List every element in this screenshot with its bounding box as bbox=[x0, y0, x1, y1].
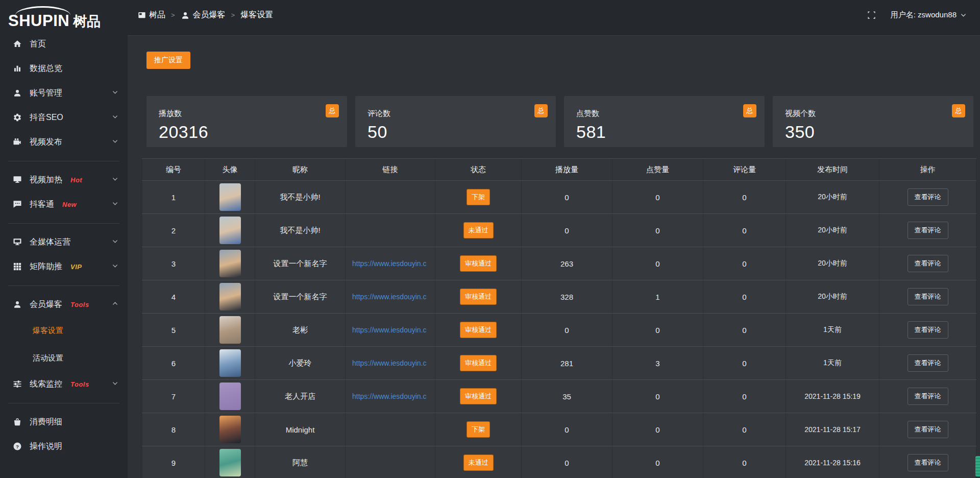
stat-value: 350 bbox=[785, 122, 961, 142]
view-comments-button[interactable]: 查看评论 bbox=[908, 255, 948, 272]
cell-status: 审核通过 bbox=[435, 280, 522, 313]
user-icon bbox=[181, 11, 190, 20]
chevron-down-icon bbox=[112, 137, 118, 147]
cell-plays: 281 bbox=[522, 347, 612, 379]
cell-comments: 0 bbox=[703, 247, 786, 280]
cell-likes: 0 bbox=[612, 314, 703, 346]
cell-nickname: Midnight bbox=[255, 413, 346, 446]
fullscreen-icon[interactable] bbox=[867, 10, 876, 20]
stat-label: 视频个数 bbox=[785, 109, 961, 118]
cell-plays: 0 bbox=[522, 314, 612, 346]
cell-link[interactable]: https://www.iesdouyin.c bbox=[346, 347, 435, 379]
sidebar-item-member-baoke[interactable]: 会员爆客Tools bbox=[0, 292, 128, 317]
avatar bbox=[219, 349, 241, 377]
cell-link[interactable]: https://www.iesdouyin.c bbox=[346, 380, 435, 413]
view-comments-button[interactable]: 查看评论 bbox=[908, 222, 948, 239]
table-header-cell: 编号 bbox=[142, 159, 205, 180]
sidebar-divider bbox=[0, 396, 128, 410]
cell-avatar bbox=[205, 380, 255, 413]
view-comments-button[interactable]: 查看评论 bbox=[908, 188, 948, 206]
grid-icon bbox=[13, 262, 22, 271]
sidebar-item-clue-monitor[interactable]: 线索监控Tools bbox=[0, 372, 128, 396]
sidebar-item-data-overview[interactable]: 数据总览 bbox=[0, 56, 128, 81]
cell-avatar bbox=[205, 214, 255, 247]
sidebar-item-douyin-seo[interactable]: 抖音SEO bbox=[0, 105, 128, 130]
topbar-right: 用户名: zswodun88 bbox=[867, 10, 967, 20]
view-comments-button[interactable]: 查看评论 bbox=[908, 388, 948, 405]
cell-action: 查看评论 bbox=[879, 446, 976, 478]
sidebar-item-matrix-boost[interactable]: 矩阵助推VIP bbox=[0, 254, 128, 279]
user-icon bbox=[13, 88, 22, 98]
username-label: 用户名: zswodun88 bbox=[891, 10, 957, 20]
sidebar-subitem-baoke-settings[interactable]: 爆客设置 bbox=[0, 317, 128, 344]
cell-avatar bbox=[205, 446, 255, 478]
cell-comments: 0 bbox=[703, 347, 786, 379]
status-badge: 审核通过 bbox=[460, 255, 497, 272]
cell-plays: 35 bbox=[522, 380, 612, 413]
sidebar-item-video-publish[interactable]: 视频发布 bbox=[0, 130, 128, 154]
breadcrumb-shupin[interactable]: 树品 bbox=[138, 10, 165, 20]
promotion-settings-button[interactable]: 推广设置 bbox=[146, 52, 190, 69]
sidebar-badge: VIP bbox=[70, 263, 82, 271]
cell-link[interactable]: https://www.iesdouyin.c bbox=[346, 247, 435, 280]
app-logo[interactable]: SHUPIN 树品 bbox=[0, 0, 128, 32]
sidebar-item-label: 抖客通 bbox=[30, 199, 54, 210]
cell-likes: 0 bbox=[612, 214, 703, 247]
sidebar-item-label: 矩阵助推 bbox=[30, 261, 62, 272]
bag-icon bbox=[13, 417, 22, 426]
sidebar-item-media-operation[interactable]: 全媒体运营 bbox=[0, 230, 128, 254]
user-menu[interactable]: 用户名: zswodun88 bbox=[891, 10, 967, 20]
cell-likes: 0 bbox=[612, 247, 703, 280]
cell-id: 3 bbox=[142, 247, 205, 280]
status-badge: 审核通过 bbox=[460, 355, 497, 371]
breadcrumb-separator: > bbox=[231, 11, 235, 19]
sidebar-item-operation-guide[interactable]: ?操作说明 bbox=[0, 434, 128, 459]
dashboard-icon bbox=[138, 11, 146, 19]
sidebar-item-label: 操作说明 bbox=[30, 441, 62, 452]
cell-link[interactable]: https://www.iesdouyin.c bbox=[346, 280, 435, 313]
total-badge: 总 bbox=[326, 104, 339, 117]
page-scroll-widget[interactable] bbox=[975, 456, 980, 476]
cell-link bbox=[346, 446, 435, 478]
sidebar-item-home[interactable]: 首页 bbox=[0, 32, 128, 56]
cell-status: 审核通过 bbox=[435, 314, 522, 346]
cell-plays: 0 bbox=[522, 181, 612, 213]
main-content: 推广设置 播放数20316总评论数50总点赞数581总视频个数350总 编号头像… bbox=[128, 36, 980, 478]
view-comments-button[interactable]: 查看评论 bbox=[908, 454, 948, 471]
sidebar-item-label: 视频发布 bbox=[30, 137, 62, 148]
chevron-down-icon bbox=[112, 175, 118, 184]
view-comments-button[interactable]: 查看评论 bbox=[908, 321, 948, 339]
chevron-down-icon bbox=[112, 237, 118, 247]
total-badge: 总 bbox=[743, 104, 756, 117]
sidebar-item-label: 抖音SEO bbox=[30, 112, 63, 123]
sidebar-item-douketong[interactable]: 抖客通New bbox=[0, 192, 128, 217]
sidebar-item-video-heat[interactable]: 视频加热Hot bbox=[0, 168, 128, 192]
breadcrumb-baoke-settings[interactable]: 爆客设置 bbox=[240, 10, 273, 20]
cell-plays: 263 bbox=[522, 247, 612, 280]
view-comments-button[interactable]: 查看评论 bbox=[908, 288, 948, 305]
stat-label: 评论数 bbox=[368, 109, 544, 118]
sidebar-item-label: 全媒体运营 bbox=[30, 237, 70, 248]
sidebar-divider bbox=[0, 217, 128, 230]
breadcrumb-member-baoke[interactable]: 会员爆客 bbox=[181, 10, 226, 20]
sidebar-subitem-activity-settings[interactable]: 活动设置 bbox=[0, 344, 128, 372]
user-icon bbox=[13, 300, 22, 309]
avatar bbox=[219, 383, 241, 410]
table-row: 2我不是小帅!未通过00020小时前查看评论 bbox=[142, 214, 976, 247]
sidebar-item-consumption-detail[interactable]: 消费明细 bbox=[0, 410, 128, 434]
table-header-row: 编号头像昵称链接状态播放量点赞量评论量发布时间操作 bbox=[142, 158, 976, 181]
stat-card-plays: 播放数20316总 bbox=[146, 96, 347, 147]
cell-avatar bbox=[205, 413, 255, 446]
sidebar-item-account-management[interactable]: 账号管理 bbox=[0, 81, 128, 105]
status-badge: 审核通过 bbox=[460, 322, 497, 338]
chevron-down-icon bbox=[112, 113, 118, 122]
view-comments-button[interactable]: 查看评论 bbox=[908, 354, 948, 372]
cell-status: 未通过 bbox=[435, 446, 522, 478]
cell-comments: 0 bbox=[703, 314, 786, 346]
sidebar-badge: Tools bbox=[70, 380, 89, 388]
view-comments-button[interactable]: 查看评论 bbox=[908, 421, 948, 438]
cell-comments: 0 bbox=[703, 446, 786, 478]
data-table: 编号头像昵称链接状态播放量点赞量评论量发布时间操作1我不是小帅!下架00020小… bbox=[142, 158, 976, 478]
cell-status: 下架 bbox=[435, 413, 522, 446]
cell-link[interactable]: https://www.iesdouyin.c bbox=[346, 314, 435, 346]
